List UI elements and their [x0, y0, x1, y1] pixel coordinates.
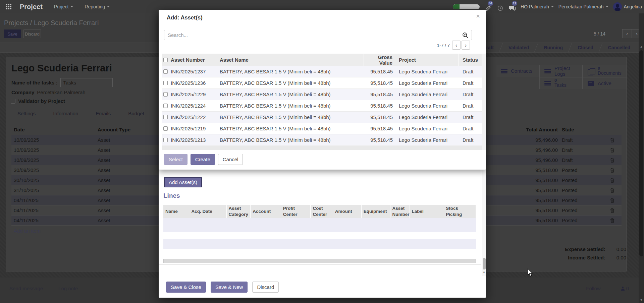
discard-modal-button[interactable]: Discard — [252, 282, 279, 293]
asset-row[interactable]: INK//2025/1229 BATTERY, ABC BESAR 1.5 V … — [162, 89, 482, 100]
row-checkbox[interactable] — [163, 81, 168, 85]
trash-icon[interactable] — [610, 148, 614, 153]
branch-selector[interactable]: HO Palmerah — [521, 4, 554, 9]
contracts-button[interactable]: Contracts — [496, 65, 539, 77]
add-assets-button[interactable]: Add Asset(s) — [164, 177, 202, 187]
list-icon — [501, 68, 507, 74]
save-close-button[interactable]: Save & Close — [166, 282, 206, 293]
documents-button[interactable]: 0Documents — [583, 65, 627, 77]
trash-icon[interactable] — [610, 138, 614, 142]
asset-row[interactable]: INK//2025/1213 BATTERY, ABC BESAR 1.5 V … — [162, 134, 482, 146]
asset-row[interactable]: INK//2025/1237 BATTERY, ABC BESAR 1.5 V … — [162, 66, 482, 77]
page-scrollbar-thumb[interactable] — [639, 50, 643, 256]
active-button[interactable]: Active — [583, 77, 627, 89]
trash-icon[interactable] — [610, 168, 614, 173]
lines-horizontal-scrollbar[interactable] — [163, 259, 476, 263]
messages-button[interactable]: 21 — [508, 2, 516, 11]
trash-icon[interactable] — [610, 208, 614, 213]
col-date: Date — [11, 127, 98, 132]
tab[interactable]: Settings — [12, 111, 41, 116]
row-checkbox[interactable] — [163, 69, 168, 74]
followers-counter[interactable]: 0 — [621, 286, 629, 291]
trash-icon[interactable] — [610, 218, 614, 223]
dialog-list-scroll-strip[interactable] — [162, 146, 482, 150]
lines-column-header: Asset Category — [227, 205, 251, 218]
row-checkbox[interactable] — [163, 138, 168, 142]
trash-icon[interactable] — [610, 178, 614, 183]
project-logs-button[interactable]: Project Logs — [539, 65, 583, 77]
list-icon — [544, 68, 551, 74]
trash-icon[interactable] — [610, 188, 614, 193]
breadcrumb[interactable]: Projects / Lego Scuderia Ferrari — [4, 19, 99, 27]
col-state: State — [558, 127, 603, 132]
trash-icon[interactable] — [610, 158, 614, 163]
row-checkbox[interactable] — [163, 126, 168, 131]
asset-row[interactable]: INK//2025/1222 BATTERY, ABC BESAR 1.5 V … — [162, 112, 482, 123]
select-all-checkbox[interactable] — [163, 58, 168, 62]
record-pager-text: 5 / 14 — [594, 31, 605, 37]
asset-row[interactable]: INK//2025/1219 BATTERY, ABC BESAR 1.5 V … — [162, 123, 482, 134]
log-note-link[interactable]: Log note — [58, 286, 78, 291]
search-input[interactable] — [164, 32, 462, 38]
validator-checkbox[interactable] — [11, 99, 15, 104]
scroll-down-icon[interactable]: ▼ — [639, 298, 644, 302]
row-checkbox[interactable] — [163, 92, 168, 97]
page-scrollbar[interactable]: ▲ ▼ — [639, 13, 644, 303]
row-checkbox[interactable] — [163, 115, 168, 119]
page-title: Lego Scuderia Ferrari — [11, 63, 112, 74]
select-button[interactable]: Select — [164, 154, 187, 165]
timer-progress-fill — [453, 4, 460, 9]
dialog-pager-next[interactable]: › — [462, 41, 470, 50]
lines-empty-row[interactable] — [163, 218, 476, 232]
chevron-down-icon — [70, 6, 73, 7]
follow-button[interactable]: Follow — [586, 286, 600, 291]
status-step[interactable]: Running — [539, 45, 568, 50]
chevron-down-icon — [606, 6, 608, 7]
tab[interactable]: Emails — [90, 111, 116, 116]
lines-column-header: Label — [410, 205, 444, 218]
tab[interactable]: Information — [47, 111, 84, 116]
status-step[interactable]: Cancelled — [603, 45, 635, 50]
save-new-button[interactable]: Save & New — [211, 282, 248, 293]
company-label: Company — [11, 89, 34, 95]
timer-progress-pill — [453, 4, 480, 9]
avatar — [613, 2, 622, 11]
menu-reporting[interactable]: Reporting — [85, 4, 110, 9]
cancel-button[interactable]: Cancel — [218, 154, 243, 165]
dialog-scrollbar-track[interactable] — [482, 54, 486, 150]
create-button[interactable]: Create — [191, 154, 215, 165]
save-button[interactable]: Save — [4, 29, 21, 38]
documents-icon — [588, 68, 594, 74]
chevron-down-icon — [107, 6, 110, 7]
lines-column-header: Equipment — [362, 205, 390, 218]
pencil-icon — [485, 5, 491, 11]
dialog-pager-prev[interactable]: ‹ — [452, 41, 461, 50]
menu-project[interactable]: Project — [54, 4, 73, 9]
close-icon[interactable]: × — [476, 13, 480, 19]
status-step[interactable]: Closed — [573, 45, 598, 50]
edit-notifications-button[interactable]: 46 — [484, 2, 492, 11]
pager-prev-button[interactable]: ‹ — [622, 29, 632, 38]
send-message-link[interactable]: Send message — [9, 286, 43, 291]
status-step[interactable]: Validated — [504, 45, 534, 50]
modal-scroll-down-icon[interactable]: ▼ — [482, 270, 486, 275]
modal-scrollbar-thumb[interactable] — [483, 258, 486, 269]
activity-clock-button[interactable] — [496, 2, 504, 11]
tasks-button[interactable]: 0Tasks — [539, 77, 583, 89]
discard-button[interactable]: Discard — [23, 29, 41, 38]
add-assets-dialog: Add: Asset(s) × 1-7 / 7 ‹ › Asset Number… — [159, 10, 486, 170]
trash-icon[interactable] — [610, 198, 614, 203]
scroll-up-icon[interactable]: ▲ — [639, 44, 644, 49]
asset-row[interactable]: INK//2025/1236 BATTERY, ABC BESAR 1.5 V … — [162, 77, 482, 89]
search-icon[interactable] — [462, 32, 468, 38]
asset-row[interactable]: INK//2025/1224 BATTERY, ABC BESAR 1.5 V … — [162, 100, 482, 112]
person-icon — [621, 287, 625, 291]
lines-column-header: Name — [163, 205, 189, 218]
row-checkbox[interactable] — [163, 104, 168, 108]
company-selector[interactable]: Percetakan Palmerah — [558, 4, 608, 9]
tasks-input[interactable]: Tasks — [60, 78, 113, 87]
apps-grid-icon[interactable] — [6, 4, 12, 10]
user-menu[interactable]: Angelina — [613, 2, 642, 11]
lines-empty-row[interactable] — [163, 239, 476, 249]
tab[interactable]: Budget — [122, 111, 150, 116]
